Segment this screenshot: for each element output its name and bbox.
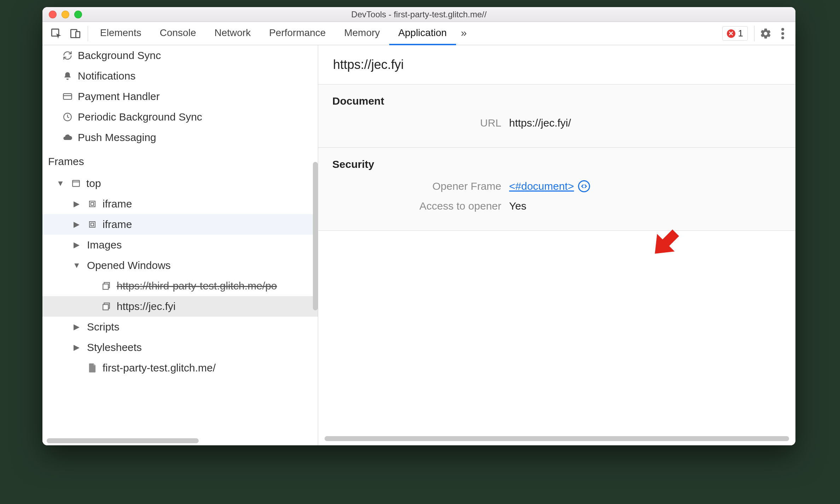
- svg-rect-9: [72, 180, 80, 186]
- expand-toggle-icon[interactable]: ▶: [73, 343, 80, 352]
- sidebar-item-label: Push Messaging: [78, 131, 156, 143]
- windows-icon: [101, 281, 112, 291]
- tree-item-label: Scripts: [87, 321, 119, 333]
- tab-label: Memory: [344, 27, 380, 39]
- tab-label: Application: [398, 27, 447, 39]
- panel-body: Background Sync Notifications Payment Ha…: [42, 45, 795, 445]
- tree-item-label: iframe: [103, 218, 132, 230]
- tab-elements[interactable]: Elements: [91, 22, 151, 45]
- tree-item-label: first-party-test.glitch.me/: [103, 362, 216, 374]
- tabs-overflow-button[interactable]: »: [456, 22, 472, 45]
- svg-rect-11: [89, 201, 95, 207]
- tree-item-scripts[interactable]: ▶ Scripts: [42, 317, 318, 337]
- more-options-icon[interactable]: [774, 25, 791, 42]
- tab-label: Performance: [269, 27, 326, 39]
- sidebar-item-push-messaging[interactable]: Push Messaging: [42, 127, 318, 148]
- sidebar-item-label: Notifications: [78, 70, 135, 82]
- expand-toggle-icon[interactable]: ▶: [73, 220, 80, 229]
- section-security: Security Opener Frame <#document> Access…: [318, 148, 795, 231]
- tree-item-label: Stylesheets: [87, 341, 142, 353]
- tree-item-opened-window-2[interactable]: https://jec.fyi: [42, 296, 318, 317]
- expand-toggle-icon[interactable]: ▶: [73, 240, 80, 250]
- tree-item-document[interactable]: first-party-test.glitch.me/: [42, 358, 318, 378]
- frame-title: https://jec.fyi: [318, 45, 795, 84]
- tree-item-label: https://jec.fyi: [117, 300, 176, 312]
- error-count-badge[interactable]: ✕ 1: [722, 26, 748, 41]
- tab-console[interactable]: Console: [151, 22, 205, 45]
- file-icon: [87, 363, 98, 373]
- expand-toggle-icon[interactable]: ▶: [73, 199, 80, 209]
- sidebar-scrollbar-vertical[interactable]: [313, 162, 318, 310]
- main-scrollbar-horizontal[interactable]: [325, 436, 789, 441]
- devtools-window: DevTools - first-party-test.glitch.me// …: [42, 7, 795, 445]
- sidebar-item-label: Periodic Background Sync: [78, 111, 202, 123]
- row-label: Opener Frame: [332, 180, 509, 192]
- separator: [754, 26, 754, 41]
- svg-rect-2: [76, 31, 80, 37]
- window-title: DevTools - first-party-test.glitch.me//: [42, 10, 795, 19]
- tree-item-iframe-1[interactable]: ▶ iframe: [42, 194, 318, 214]
- expand-toggle-icon[interactable]: ▼: [57, 179, 64, 188]
- sidebar-item-periodic-background-sync[interactable]: Periodic Background Sync: [42, 107, 318, 127]
- tab-label: Network: [214, 27, 251, 39]
- device-toolbar-icon[interactable]: [66, 24, 85, 43]
- tree-item-top[interactable]: ▼ top: [42, 173, 318, 194]
- svg-rect-16: [103, 284, 108, 289]
- cloud-icon: [62, 132, 73, 143]
- tree-item-opened-window-1[interactable]: https://third-party-test.glitch.me/po: [42, 276, 318, 296]
- tab-performance[interactable]: Performance: [260, 22, 335, 45]
- svg-rect-18: [103, 305, 108, 310]
- svg-rect-14: [91, 223, 94, 226]
- sidebar-item-payment-handler[interactable]: Payment Handler: [42, 86, 318, 107]
- frame-icon: [87, 219, 98, 230]
- inspect-element-icon[interactable]: [47, 24, 66, 43]
- row-opener-frame: Opener Frame <#document>: [332, 180, 781, 192]
- row-value: Yes: [509, 200, 526, 212]
- svg-point-3: [781, 28, 784, 31]
- opener-frame-link[interactable]: <#document>: [509, 180, 574, 192]
- tab-memory[interactable]: Memory: [335, 22, 389, 45]
- application-sidebar: Background Sync Notifications Payment Ha…: [42, 45, 318, 445]
- expand-toggle-icon[interactable]: ▶: [73, 322, 80, 332]
- row-access-to-opener: Access to opener Yes: [332, 200, 781, 212]
- settings-gear-icon[interactable]: [757, 25, 774, 42]
- expand-toggle-icon[interactable]: ▼: [73, 261, 80, 270]
- sidebar-item-notifications[interactable]: Notifications: [42, 66, 318, 86]
- svg-point-5: [781, 36, 784, 39]
- frame-icon: [87, 199, 98, 209]
- devtools-toolbar: Elements Console Network Performance Mem…: [42, 22, 795, 45]
- frame-details-panel: https://jec.fyi Document URL https://jec…: [318, 45, 795, 445]
- tab-network[interactable]: Network: [205, 22, 260, 45]
- tab-label: Console: [160, 27, 196, 39]
- window-icon: [71, 178, 81, 189]
- svg-point-4: [781, 32, 784, 35]
- error-count: 1: [738, 28, 743, 39]
- tree-item-label: iframe: [103, 198, 132, 210]
- card-icon: [62, 91, 73, 102]
- tree-item-opened-windows[interactable]: ▼ Opened Windows: [42, 255, 318, 276]
- section-heading: Security: [332, 158, 781, 170]
- windows-icon: [101, 301, 112, 312]
- reveal-in-elements-icon[interactable]: [578, 180, 590, 192]
- sidebar-section-frames: Frames: [42, 148, 318, 173]
- svg-rect-13: [89, 222, 95, 227]
- row-label: URL: [332, 117, 509, 129]
- tree-item-stylesheets[interactable]: ▶ Stylesheets: [42, 337, 318, 358]
- svg-rect-12: [91, 203, 94, 205]
- sidebar-item-background-sync[interactable]: Background Sync: [42, 45, 318, 66]
- tree-item-label: top: [86, 177, 101, 189]
- tab-application[interactable]: Application: [389, 22, 456, 45]
- row-value: https://jec.fyi/: [509, 117, 571, 129]
- tree-item-iframe-2[interactable]: ▶ iframe: [42, 214, 318, 235]
- tree-item-label: https://third-party-test.glitch.me/po: [117, 280, 277, 292]
- tree-item-label: Opened Windows: [87, 259, 171, 271]
- tree-item-label: Images: [87, 239, 122, 251]
- sidebar-item-label: Payment Handler: [78, 90, 160, 102]
- svg-rect-6: [63, 94, 71, 99]
- sidebar-item-label: Background Sync: [78, 49, 161, 61]
- tree-item-images[interactable]: ▶ Images: [42, 235, 318, 255]
- section-document: Document URL https://jec.fyi/: [318, 84, 795, 148]
- sidebar-scrollbar-horizontal[interactable]: [47, 438, 199, 443]
- clock-icon: [62, 112, 73, 122]
- row-label: Access to opener: [332, 200, 509, 212]
